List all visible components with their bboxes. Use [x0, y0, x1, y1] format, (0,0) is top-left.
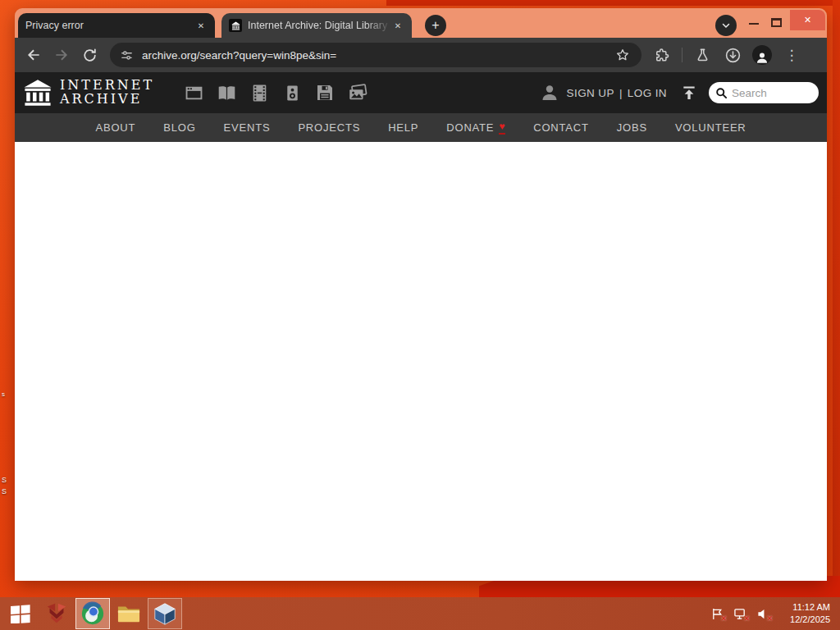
software-media-icon[interactable]: [314, 82, 336, 103]
back-arrow-icon: [25, 47, 42, 63]
heart-icon: ♥: [499, 121, 505, 135]
tab-strip: Privacy error ✕ Internet Archive: Digita…: [15, 8, 827, 38]
person-icon: [755, 50, 769, 65]
virtualbox-cube-icon: [153, 601, 177, 626]
reload-button[interactable]: [79, 44, 100, 66]
desktop-icon-label-fragment: s: [2, 390, 5, 398]
browser-toolbar: archive.org/search?query=win8pe&sin=: [15, 38, 827, 72]
volume-muted-icon[interactable]: ✕: [755, 606, 771, 621]
chevron-down-icon: [721, 21, 731, 30]
site-info-icon[interactable]: [120, 48, 134, 62]
taskbar: ✕ ✕ ✕ 11:12 AM 12/2/2025: [0, 597, 840, 630]
texts-media-icon[interactable]: [216, 82, 237, 103]
video-media-icon[interactable]: [249, 82, 270, 103]
flask-icon: [695, 48, 710, 63]
search-icon: [715, 87, 728, 99]
start-button[interactable]: [3, 598, 38, 629]
search-input[interactable]: [732, 87, 812, 99]
new-tab-button[interactable]: +: [425, 15, 446, 36]
toolbar-divider: [682, 48, 682, 62]
star-icon: [615, 48, 630, 62]
minimize-button[interactable]: [749, 23, 759, 25]
audio-media-icon[interactable]: [281, 82, 303, 103]
nav-about[interactable]: ABOUT: [95, 121, 135, 134]
wallpaper-shade: [833, 0, 840, 599]
taskbar-clock[interactable]: 11:12 AM 12/2/2025: [783, 601, 830, 626]
profile-button[interactable]: [752, 45, 772, 65]
window-close-button[interactable]: ✕: [790, 10, 825, 30]
system-tray: ✕ ✕ ✕: [705, 606, 774, 621]
close-icon[interactable]: ✕: [194, 19, 208, 32]
desktop-icon-label-fragment: S: [2, 487, 7, 495]
nav-events[interactable]: EVENTS: [224, 121, 271, 134]
chromium-browser-icon: [80, 601, 105, 626]
upload-button[interactable]: [681, 84, 697, 101]
folder-icon: [116, 602, 141, 625]
clock-date: 12/2/2025: [783, 614, 830, 626]
taskbar-virtualbox-button[interactable]: [148, 598, 182, 629]
reload-icon: [82, 48, 98, 63]
log-in-link[interactable]: LOG IN: [628, 87, 667, 99]
toolbar-right-group: ⋮: [651, 44, 802, 66]
media-type-row: [177, 82, 374, 103]
taskbar-file-explorer-button[interactable]: [112, 598, 146, 629]
url-text[interactable]: archive.org/search?query=win8pe&sin=: [142, 49, 607, 62]
address-bar[interactable]: archive.org/search?query=win8pe&sin=: [110, 43, 641, 67]
web-media-icon[interactable]: [183, 82, 204, 103]
extensions-button[interactable]: [651, 44, 673, 66]
internet-archive-wordmark: INTERNET ARCHIVE: [60, 79, 154, 107]
bookmark-star-button[interactable]: [612, 44, 633, 66]
browser-menu-button[interactable]: ⋮: [781, 44, 802, 66]
clock-time: 11:12 AM: [783, 601, 830, 614]
account-person-icon: [540, 83, 559, 103]
labs-button[interactable]: [692, 44, 713, 66]
internet-archive-favicon-icon: [229, 19, 242, 32]
nav-volunteer[interactable]: VOLUNTEER: [675, 121, 746, 134]
nav-projects[interactable]: PROJECTS: [298, 121, 360, 134]
tab-title: Privacy error: [25, 20, 194, 31]
internet-archive-logo[interactable]: INTERNET ARCHIVE: [23, 78, 154, 107]
download-icon: [724, 47, 742, 64]
wallpaper-shade: [386, 0, 840, 6]
browser-window: Privacy error ✕ Internet Archive: Digita…: [15, 8, 827, 581]
sign-up-link[interactable]: SIGN UP: [567, 87, 614, 99]
nav-contact[interactable]: CONTACT: [533, 121, 588, 134]
greek-building-icon: [23, 78, 52, 107]
tab-search-button[interactable]: [715, 15, 737, 36]
close-icon: ✕: [804, 15, 811, 25]
nav-help[interactable]: HELP: [388, 121, 418, 134]
images-media-icon[interactable]: [347, 82, 368, 103]
internet-archive-header: INTERNET ARCHIVE: [15, 72, 827, 113]
site-search-box[interactable]: [709, 82, 819, 103]
downloads-button[interactable]: [722, 44, 743, 66]
maximize-button[interactable]: [771, 18, 782, 27]
page-viewport: INTERNET ARCHIVE: [15, 72, 827, 581]
nav-donate[interactable]: DONATE♥: [446, 121, 505, 135]
taskbar-red-app-button[interactable]: [39, 598, 74, 629]
nav-jobs[interactable]: JOBS: [617, 121, 647, 134]
network-status-icon[interactable]: ✕: [732, 606, 748, 621]
auth-links: SIGN UP | LOG IN: [564, 87, 669, 99]
windows-logo-icon: [10, 604, 31, 623]
tab-internet-archive[interactable]: Internet Archive: Digital Library ✕: [221, 13, 412, 38]
nav-blog[interactable]: BLOG: [163, 121, 195, 134]
auth-separator: |: [619, 87, 623, 99]
tab-privacy-error[interactable]: Privacy error ✕: [18, 13, 215, 38]
back-button[interactable]: [23, 44, 44, 66]
forward-button[interactable]: [51, 44, 72, 66]
close-icon[interactable]: ✕: [391, 19, 404, 32]
header-right-group: SIGN UP | LOG IN: [540, 82, 819, 103]
upload-icon: [681, 84, 697, 101]
internet-archive-navbar: ABOUT BLOG EVENTS PROJECTS HELP DONATE♥ …: [15, 113, 827, 142]
desktop: s S S Privacy error ✕ Internet Archive: …: [0, 0, 840, 630]
red-app-icon: [44, 601, 69, 626]
page-content-blank: [15, 142, 827, 581]
desktop-icon-label-fragment: S: [2, 476, 7, 484]
forward-arrow-icon: [53, 47, 70, 63]
taskbar-chromium-button[interactable]: [75, 598, 110, 629]
action-center-flag-icon[interactable]: ✕: [709, 606, 725, 621]
tab-title: Internet Archive: Digital Library: [248, 20, 391, 31]
puzzle-icon: [655, 48, 670, 63]
